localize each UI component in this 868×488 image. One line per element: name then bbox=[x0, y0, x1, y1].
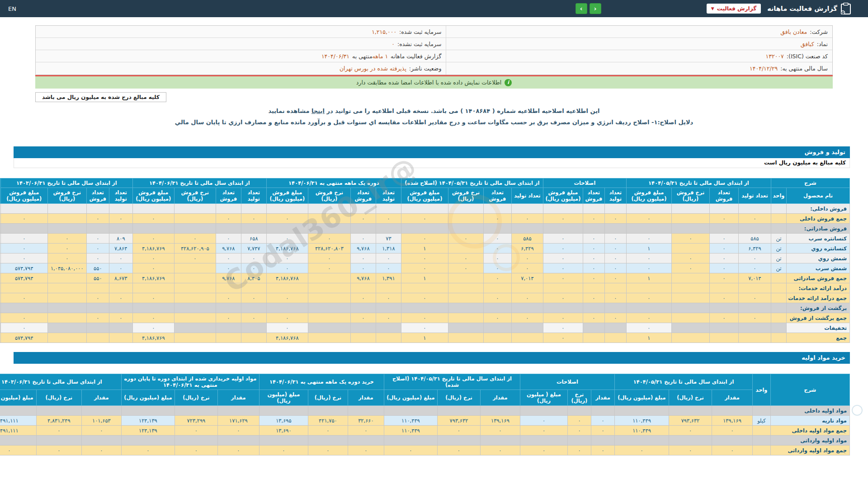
value-cell bbox=[480, 436, 520, 446]
column-header: تعداد تولید bbox=[109, 188, 132, 204]
value-cell bbox=[401, 204, 448, 214]
unit-cell: کیلو bbox=[753, 416, 771, 426]
table-row: کنسانتره رويتن۶,۴۲۹۰۱۰۰۰۶,۴۲۹۰۱۱,۳۱۸۹,۷۶… bbox=[0, 244, 850, 253]
value-cell: ۰ bbox=[216, 263, 241, 273]
value-cell bbox=[437, 406, 480, 416]
info-icon: i bbox=[505, 79, 512, 86]
value-cell bbox=[738, 323, 771, 333]
value-cell: ۰ bbox=[480, 426, 520, 436]
column-header: تعداد تولید bbox=[511, 188, 543, 204]
value-cell: ۰ bbox=[738, 313, 771, 323]
value-cell: ۰ bbox=[543, 244, 583, 253]
value-cell bbox=[86, 224, 109, 234]
value-cell: ۰ bbox=[583, 214, 604, 224]
value-cell: ۰ bbox=[738, 253, 771, 263]
value-cell: ۰ bbox=[511, 214, 543, 224]
value-cell: ۵۵۰ bbox=[86, 273, 109, 283]
value-cell: ۰ bbox=[401, 253, 448, 263]
column-header: تعداد فروش bbox=[350, 188, 376, 204]
value-cell: ۰ bbox=[350, 293, 376, 303]
value-cell bbox=[0, 283, 47, 293]
value-cell: ۰ bbox=[483, 214, 511, 224]
value-cell: ۰ bbox=[483, 263, 511, 273]
table-row: مواد اولیه وارداتی bbox=[0, 436, 850, 446]
value-cell: ۰ bbox=[132, 214, 174, 224]
value-cell: ۰ bbox=[591, 426, 614, 436]
value-cell bbox=[0, 406, 36, 416]
value-cell bbox=[671, 244, 709, 253]
value-cell: ۰ bbox=[483, 253, 511, 263]
value-cell: ۸,۴۰۵ bbox=[241, 273, 266, 283]
value-cell: ۰ bbox=[543, 313, 583, 323]
value-cell: ۰ bbox=[109, 293, 132, 303]
value-cell bbox=[583, 323, 604, 333]
next-report-button[interactable]: › bbox=[576, 3, 587, 14]
value-cell bbox=[626, 303, 671, 313]
value-cell: ۰ bbox=[216, 234, 241, 244]
report-type-dropdown[interactable]: گزارش فعالیت ▼ bbox=[707, 4, 761, 14]
value-cell bbox=[47, 303, 86, 313]
value-cell: ۰ bbox=[520, 446, 567, 455]
value-cell: ۰ bbox=[86, 293, 109, 303]
value-cell: ۴۲۸,۶۲۰,۸۰۳ bbox=[308, 244, 350, 253]
row-label: جمع فروش داخلی bbox=[787, 214, 850, 224]
value-cell: ۰ bbox=[308, 426, 348, 436]
value-cell: ۰ bbox=[376, 263, 401, 273]
company-info-row: کد صنعت (ISIC):۱۳۲۰۰۷گزارش فعالیت ماهانه… bbox=[36, 50, 832, 62]
value-cell: ۰ bbox=[583, 273, 604, 283]
value-cell: ۰ bbox=[241, 293, 266, 303]
production-sales-table: شرحاز ابتدای سال مالی تا تاریخ ۱۴۰۴/۰۵/۳… bbox=[0, 178, 850, 343]
unit-cell bbox=[771, 214, 786, 224]
unit-cell bbox=[771, 204, 786, 214]
value-cell: ۹,۷۶۸ bbox=[350, 244, 376, 253]
value-cell bbox=[308, 283, 350, 293]
value-cell: ۰ bbox=[543, 214, 583, 224]
value-cell bbox=[241, 204, 266, 214]
value-cell bbox=[738, 333, 771, 343]
value-cell bbox=[47, 333, 86, 343]
info-value: معادن بافق bbox=[780, 28, 807, 35]
value-cell: ۰ bbox=[567, 446, 591, 455]
column-header: نرخ فروش (ریال) bbox=[47, 188, 86, 204]
value-cell: ۵۷۴,۷۹۴ bbox=[0, 263, 47, 273]
value-cell: ۰ bbox=[132, 234, 174, 244]
value-cell: ۰ bbox=[709, 263, 738, 273]
table-row: جمع مواد اولیه وارداتی۰۰۰۰۰۰۰۰۰۰۰۰۰۰۰۰۰۰ bbox=[0, 446, 850, 455]
table-row: شمش سربتن۰۰۰۰۰۰۰۰۰۰۰۰۰۰۰۰۰۰۰۵۵۰۱,۰۴۵,۰۸۰… bbox=[0, 263, 850, 273]
value-cell bbox=[241, 303, 266, 313]
value-cell bbox=[671, 303, 709, 313]
value-cell bbox=[308, 406, 348, 416]
previous-version-link[interactable]: اینجا bbox=[311, 108, 325, 114]
value-cell bbox=[241, 283, 266, 293]
value-cell bbox=[738, 303, 771, 313]
prev-report-button[interactable]: ‹ bbox=[590, 3, 601, 14]
value-cell: ۰ bbox=[216, 293, 241, 303]
value-cell bbox=[712, 406, 753, 416]
info-label: گزارش فعالیت ماهانه bbox=[391, 53, 441, 60]
value-cell: ۰ bbox=[401, 323, 448, 333]
value-cell: ۱ bbox=[401, 333, 448, 343]
value-cell: ۰ bbox=[591, 446, 614, 455]
unit-cell bbox=[753, 406, 771, 416]
value-cell: ۰ bbox=[437, 446, 480, 455]
value-cell: ۶,۴۲۹ bbox=[511, 244, 543, 253]
value-cell bbox=[36, 406, 81, 416]
value-cell: ۰ bbox=[308, 263, 350, 273]
column-header: واحد bbox=[753, 374, 771, 406]
value-cell: ۰ bbox=[109, 253, 132, 263]
column-header: نرخ (ریال) bbox=[669, 390, 712, 406]
column-group-header: اصلاحات bbox=[543, 178, 626, 188]
value-cell: ۰ bbox=[543, 293, 583, 303]
language-switch[interactable]: EN bbox=[8, 5, 16, 12]
row-label: فروش صادراتی: bbox=[787, 224, 850, 234]
value-cell: ۰ bbox=[543, 333, 583, 343]
unit-cell bbox=[753, 426, 771, 436]
amendment-text-after: مشاهده نمایید bbox=[268, 108, 311, 114]
value-cell bbox=[259, 436, 308, 446]
value-cell: ۰ bbox=[401, 214, 448, 224]
value-cell bbox=[308, 293, 350, 303]
company-info-row: نماد:کبافقسرمایه ثبت نشده:۰ bbox=[36, 38, 832, 50]
value-cell bbox=[241, 323, 266, 333]
value-cell: ۰ bbox=[511, 313, 543, 323]
value-cell bbox=[109, 224, 132, 234]
